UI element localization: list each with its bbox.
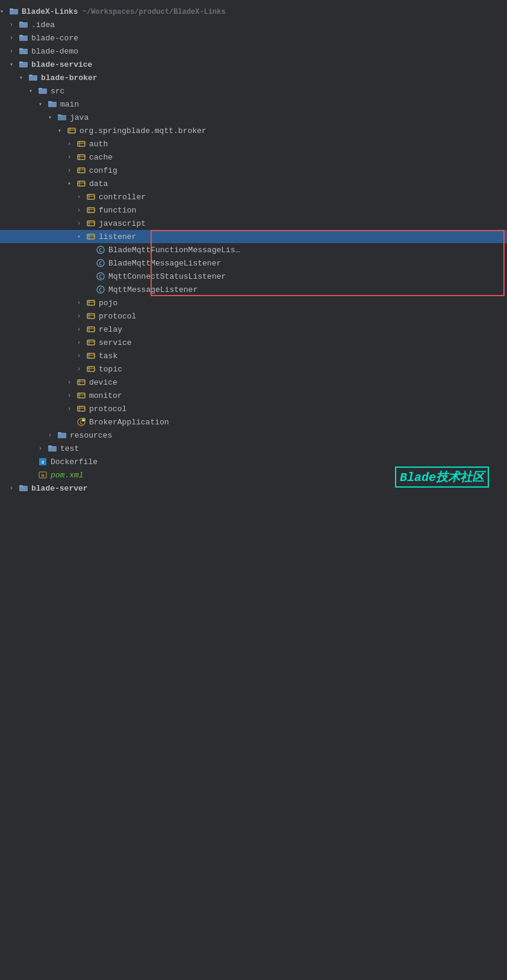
tree-item-32[interactable]: C ▶ BrokerApplication bbox=[0, 415, 507, 429]
svg-rect-21 bbox=[78, 141, 85, 146]
package-icon bbox=[77, 139, 87, 149]
tree-arrow-5[interactable] bbox=[10, 61, 19, 68]
tree-item-5[interactable]: blade-service bbox=[0, 58, 507, 71]
tree-arrow-14[interactable] bbox=[67, 180, 77, 187]
tree-item-16[interactable]: function bbox=[0, 203, 507, 217]
tree-label-9: java bbox=[70, 113, 89, 122]
tree-arrow-8[interactable] bbox=[39, 101, 48, 108]
folder-icon bbox=[39, 86, 48, 96]
tree-arrow-12[interactable] bbox=[67, 154, 77, 161]
tree-item-23[interactable]: pojo bbox=[0, 296, 507, 309]
tree-item-29[interactable]: device bbox=[0, 376, 507, 389]
tree-arrow-17[interactable] bbox=[77, 220, 87, 227]
svg-text:≡: ≡ bbox=[42, 460, 44, 465]
tree-label-12: cache bbox=[89, 153, 113, 162]
tree-label-10: org.springblade.mqtt.broker bbox=[79, 126, 207, 135]
tree-item-22[interactable]: C MqttMessageListener bbox=[0, 283, 507, 296]
tree-item-21[interactable]: C MqttConnectStatusListener bbox=[0, 270, 507, 283]
tree-arrow-11[interactable] bbox=[67, 141, 77, 147]
tree-arrow-7[interactable] bbox=[29, 87, 39, 95]
tree-item-6[interactable]: blade-broker bbox=[0, 71, 507, 84]
tree-label-4: blade-demo bbox=[31, 47, 78, 56]
tree-arrow-28[interactable] bbox=[77, 366, 87, 373]
tree-arrow-34[interactable] bbox=[39, 445, 48, 452]
tree-item-28[interactable]: topic bbox=[0, 362, 507, 376]
svg-rect-53 bbox=[87, 300, 95, 305]
package-icon bbox=[87, 324, 96, 334]
tree-item-20[interactable]: C BladeMqttMessageListener bbox=[0, 256, 507, 270]
tree-arrow-27[interactable] bbox=[77, 353, 87, 359]
tree-arrow-25[interactable] bbox=[77, 326, 87, 333]
tree-item-3[interactable]: blade-core bbox=[0, 31, 507, 45]
svg-rect-11 bbox=[29, 75, 33, 76]
svg-rect-62 bbox=[87, 340, 95, 345]
tree-label-1: BladeX-Links ~/Workspaces/product/BladeX… bbox=[22, 7, 225, 16]
tree-item-1[interactable]: BladeX-Links ~/Workspaces/product/BladeX… bbox=[0, 5, 507, 18]
package-icon bbox=[87, 205, 96, 215]
tree-label-33: resources bbox=[70, 431, 112, 440]
tree-label-28: topic bbox=[99, 365, 122, 374]
svg-rect-33 bbox=[87, 194, 95, 199]
svg-text:C: C bbox=[99, 287, 102, 293]
tree-label-37: blade-server bbox=[31, 484, 88, 493]
tree-item-15[interactable]: controller bbox=[0, 190, 507, 203]
tree-item-4[interactable]: blade-demo bbox=[0, 45, 507, 58]
tree-arrow-2[interactable] bbox=[10, 22, 19, 28]
tree-item-25[interactable]: relay bbox=[0, 323, 507, 336]
tree-item-14[interactable]: data bbox=[0, 177, 507, 190]
tree-arrow-13[interactable] bbox=[67, 167, 77, 174]
tree-arrow-30[interactable] bbox=[67, 392, 77, 399]
svg-rect-59 bbox=[87, 327, 95, 332]
tree-arrow-24[interactable] bbox=[77, 313, 87, 320]
svg-rect-36 bbox=[87, 208, 95, 212]
tree-item-17[interactable]: javascript bbox=[0, 217, 507, 230]
tree-arrow-37[interactable] bbox=[10, 485, 19, 492]
tree-arrow-26[interactable] bbox=[77, 340, 87, 346]
tree-item-13[interactable]: config bbox=[0, 164, 507, 177]
tree-item-12[interactable]: cache bbox=[0, 150, 507, 164]
tree-item-9[interactable]: java bbox=[0, 111, 507, 124]
tree-arrow-9[interactable] bbox=[48, 114, 58, 121]
tree-arrow-18[interactable] bbox=[77, 233, 87, 240]
tree-item-8[interactable]: main bbox=[0, 98, 507, 111]
tree-arrow-23[interactable] bbox=[77, 300, 87, 306]
tree-item-11[interactable]: auth bbox=[0, 137, 507, 150]
tree-arrow-6[interactable] bbox=[19, 74, 29, 81]
svg-rect-39 bbox=[87, 221, 95, 226]
package-icon bbox=[77, 377, 87, 387]
tree-item-30[interactable]: monitor bbox=[0, 389, 507, 402]
tree-arrow-4[interactable] bbox=[10, 48, 19, 55]
tree-label-2: .idea bbox=[31, 20, 55, 29]
tree-arrow-1[interactable] bbox=[0, 8, 10, 15]
tree-label-15: controller bbox=[99, 193, 146, 202]
tree-arrow-15[interactable] bbox=[77, 194, 87, 200]
tree-item-19[interactable]: C BladeMqttFunctionMessageLis… bbox=[0, 243, 507, 256]
maven-icon: m bbox=[39, 470, 48, 480]
tree-item-31[interactable]: protocol bbox=[0, 402, 507, 415]
package-icon bbox=[87, 232, 96, 241]
tree-arrow-33[interactable] bbox=[48, 432, 58, 439]
tree-item-34[interactable]: test bbox=[0, 442, 507, 455]
tree-item-7[interactable]: src bbox=[0, 84, 507, 98]
tree-arrow-31[interactable] bbox=[67, 406, 77, 412]
tree-item-10[interactable]: org.springblade.mqtt.broker bbox=[0, 124, 507, 137]
tree-item-27[interactable]: task bbox=[0, 349, 507, 362]
tree-label-35: Dockerfile bbox=[51, 457, 98, 467]
svg-text:▶: ▶ bbox=[82, 418, 85, 422]
tree-arrow-29[interactable] bbox=[67, 379, 77, 386]
tree-arrow-10[interactable] bbox=[58, 127, 67, 134]
tree-item-24[interactable]: protocol bbox=[0, 309, 507, 323]
tree-arrow-16[interactable] bbox=[77, 207, 87, 214]
tree-item-26[interactable]: service bbox=[0, 336, 507, 349]
folder-icon bbox=[48, 444, 58, 453]
app-class-icon: C ▶ bbox=[77, 417, 87, 427]
tree-arrow-3[interactable] bbox=[10, 35, 19, 42]
tree-item-33[interactable]: resources bbox=[0, 429, 507, 442]
package-icon bbox=[87, 298, 96, 308]
svg-rect-93 bbox=[19, 485, 23, 487]
tree-item-18[interactable]: listener bbox=[0, 230, 507, 243]
tree-item-2[interactable]: .idea bbox=[0, 18, 507, 31]
svg-rect-87 bbox=[48, 445, 52, 447]
svg-rect-3 bbox=[19, 22, 23, 23]
tree-label-30: monitor bbox=[89, 391, 122, 400]
